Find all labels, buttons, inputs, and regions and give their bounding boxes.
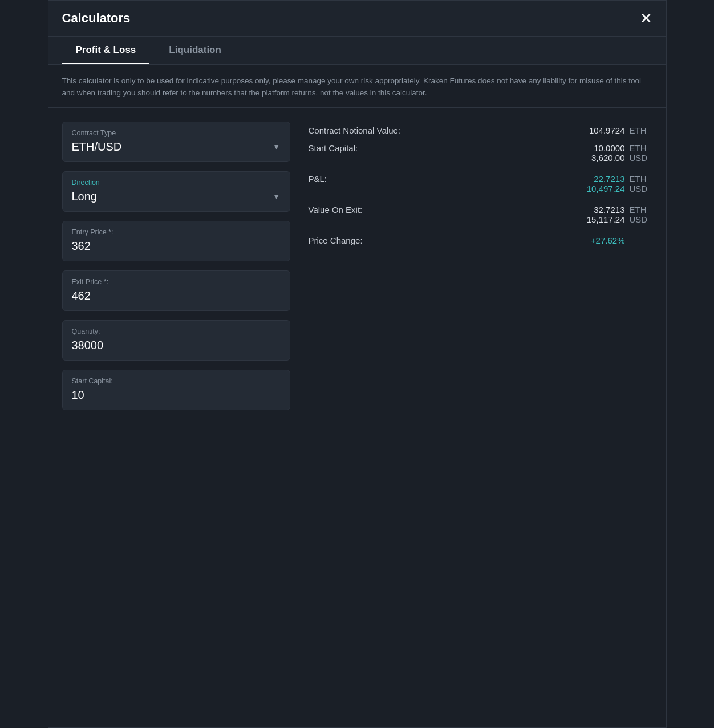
value-on-exit-label: Value On Exit: [309,205,434,215]
input-panel: Contract Type ETH/USD ▼ Direction Long ▼… [62,122,290,410]
results-table: Contract Notional Value: 104.9724 ETH St… [309,124,652,247]
contract-notional-row: Contract Notional Value: 104.9724 ETH [309,124,652,137]
contract-notional-values: 104.9724 ETH [434,126,652,135]
calculator-window: Calculators ✕ Profit & Loss Liquidation … [48,0,667,728]
pnl-usd-value: 10,497.24 [568,184,625,193]
start-capital-usd-line: 3,620.00 USD [434,153,652,163]
pnl-eth-value: 22.7213 [568,174,625,184]
exit-price-value: 462 [72,289,281,302]
start-capital-eth-value: 10.0000 [568,143,625,153]
price-change-unit [630,236,652,245]
contract-type-arrow-icon: ▼ [273,142,281,151]
pnl-usd-line: 10,497.24 USD [434,184,652,193]
price-change-values: +27.62% [434,236,652,245]
value-on-exit-values: 32.7213 ETH 15,117.24 USD [434,205,652,224]
contract-type-dropdown-row: ETH/USD ▼ [72,140,281,153]
value-on-exit-eth-value: 32.7213 [568,205,625,215]
start-capital-usd-unit: USD [630,153,652,163]
results-panel: Contract Notional Value: 104.9724 ETH St… [309,122,652,410]
quantity-value: 38000 [72,339,281,352]
start-capital-eth-line: 10.0000 ETH [434,143,652,153]
value-on-exit-detail: Value On Exit: 32.7213 ETH 15,117.24 USD [309,203,652,226]
pnl-result-label: P&L: [309,174,434,184]
close-button[interactable]: ✕ [640,11,652,26]
price-change-line: +27.62% [434,236,652,245]
contract-type-label: Contract Type [72,129,281,137]
tab-liquidation[interactable]: Liquidation [155,37,235,64]
pnl-eth-unit: ETH [630,174,652,184]
start-capital-result-label: Start Capital: [309,143,434,153]
contract-notional-eth-value: 104.9724 [568,126,625,135]
value-on-exit-eth-unit: ETH [630,205,652,215]
contract-notional-eth-line: 104.9724 ETH [434,126,652,135]
direction-label: Direction [72,179,281,187]
quantity-field[interactable]: Quantity: 38000 [62,320,290,361]
title-bar: Calculators ✕ [48,1,666,37]
disclaimer-text: This calculator is only to be used for i… [48,65,666,108]
start-capital-result-detail: Start Capital: 10.0000 ETH 3,620.00 USD [309,141,652,164]
entry-price-label: Entry Price *: [72,228,281,236]
price-change-row: Price Change: +27.62% [309,234,652,247]
pnl-result-detail: P&L: 22.7213 ETH 10,497.24 USD [309,172,652,195]
start-capital-field[interactable]: Start Capital: 10 [62,370,290,410]
pnl-result-values: 22.7213 ETH 10,497.24 USD [434,174,652,193]
direction-arrow-icon: ▼ [273,192,281,201]
value-on-exit-usd-unit: USD [630,215,652,224]
price-change-label: Price Change: [309,236,434,245]
direction-field[interactable]: Direction Long ▼ [62,171,290,212]
price-change-detail: Price Change: +27.62% [309,234,652,247]
quantity-label: Quantity: [72,327,281,335]
pnl-usd-unit: USD [630,184,652,193]
start-capital-result-values: 10.0000 ETH 3,620.00 USD [434,143,652,163]
value-on-exit-eth-line: 32.7213 ETH [434,205,652,215]
price-change-value: +27.62% [568,236,625,245]
pnl-eth-line: 22.7213 ETH [434,174,652,184]
entry-price-value: 362 [72,240,281,253]
start-capital-eth-unit: ETH [630,143,652,153]
direction-value: Long [72,190,98,203]
contract-type-value: ETH/USD [72,140,122,153]
pnl-result-row: P&L: 22.7213 ETH 10,497.24 USD [309,172,652,195]
main-content: Contract Type ETH/USD ▼ Direction Long ▼… [48,108,666,424]
window-title: Calculators [62,11,131,26]
exit-price-field[interactable]: Exit Price *: 462 [62,270,290,311]
contract-notional-eth-unit: ETH [630,126,652,135]
entry-price-field[interactable]: Entry Price *: 362 [62,221,290,261]
start-capital-usd-value: 3,620.00 [568,153,625,163]
tab-bar: Profit & Loss Liquidation [48,37,666,65]
tab-profit-loss[interactable]: Profit & Loss [62,37,150,64]
contract-type-field[interactable]: Contract Type ETH/USD ▼ [62,122,290,162]
contract-notional-label: Contract Notional Value: [309,126,434,135]
direction-dropdown-row: Long ▼ [72,190,281,203]
start-capital-result-row: Start Capital: 10.0000 ETH 3,620.00 USD [309,141,652,164]
value-on-exit-usd-line: 15,117.24 USD [434,215,652,224]
value-on-exit-usd-value: 15,117.24 [568,215,625,224]
exit-price-label: Exit Price *: [72,278,281,286]
contract-notional-detail: Contract Notional Value: 104.9724 ETH [309,124,652,137]
start-capital-value: 10 [72,389,281,402]
value-on-exit-row: Value On Exit: 32.7213 ETH 15,117.24 USD [309,203,652,226]
start-capital-label: Start Capital: [72,377,281,385]
